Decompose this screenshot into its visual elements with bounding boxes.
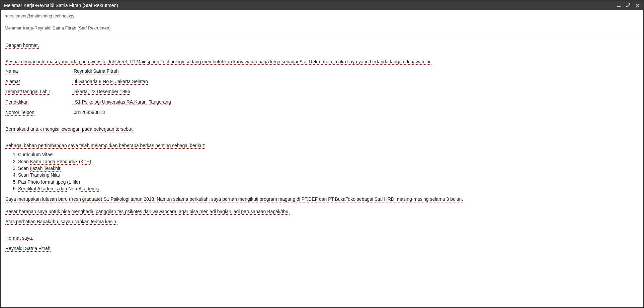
- hope-paragraph: Besar harapan saya untuk bisa menghadiri…: [5, 207, 639, 216]
- email-body[interactable]: Dengan hormat, Sesuai dengan informasi y…: [1, 34, 643, 258]
- list-item: Scan Transkrip Nilai: [18, 172, 639, 178]
- to-field[interactable]: recruitment@mainspring.technology: [1, 10, 643, 22]
- list-item: Scan Kartu Tanda Penduduk (KTP): [18, 158, 639, 165]
- list-item: Scan Ijazah Terakhir: [18, 165, 639, 172]
- list-item: Sertifikat Akademis dan Non-Akademis: [18, 185, 639, 192]
- list-item: Pas Photo format .jpeg (1 file): [18, 179, 639, 185]
- window-titlebar: Melamar Kerja-Reynaldi Satria Fitrah (St…: [1, 1, 643, 10]
- restore-icon[interactable]: [626, 3, 631, 8]
- closing-line: Hormat saya,: [5, 234, 639, 243]
- intro-paragraph: Sesuai dengan informasi yang ada pada we…: [5, 57, 639, 66]
- close-icon[interactable]: [635, 3, 640, 8]
- attachments-intro: Sebagai bahan pertimbangan saya telah me…: [5, 141, 639, 150]
- thanks-line: Atas perhatian Bapak/Ibu, saya ucapkan t…: [5, 217, 639, 226]
- applicant-info-table: Nama :Reynaldi Satria Fitrah Alamat :Jl.…: [5, 66, 171, 117]
- greeting-line: Dengan hormat,: [5, 41, 639, 50]
- table-row: Nama :Reynaldi Satria Fitrah: [5, 66, 171, 76]
- intent-line: Bermaksud untuk mengisi lowongan pada pe…: [5, 125, 639, 134]
- experience-paragraph: Saya merupakan lulusan baru (fresh gradu…: [5, 195, 639, 204]
- window-title: Melamar Kerja-Reynaldi Satria Fitrah (St…: [4, 3, 118, 8]
- table-row: Nomor Telpon :081208590813: [5, 107, 171, 118]
- table-row: Alamat :Jl.Gandaria 8 No.9, Jakarta Sela…: [5, 76, 171, 87]
- table-row: Tempat/Tanggal Lahir :jakarta, 23 Desemb…: [5, 86, 171, 97]
- subject-field[interactable]: Melamar Kerja-Reynaldi Satria Fitrah (St…: [1, 22, 643, 34]
- window-controls: [617, 3, 640, 8]
- table-row: Pendidikan : S1 Psikologi Universitas RA…: [5, 97, 171, 107]
- list-item: Curriculum Vitae: [18, 151, 639, 158]
- attachments-list: Curriculum Vitae Scan Kartu Tanda Pendud…: [18, 151, 639, 192]
- signature-line: Reynaldi Satria Fitrah: [5, 244, 639, 253]
- minimize-icon[interactable]: [617, 3, 621, 8]
